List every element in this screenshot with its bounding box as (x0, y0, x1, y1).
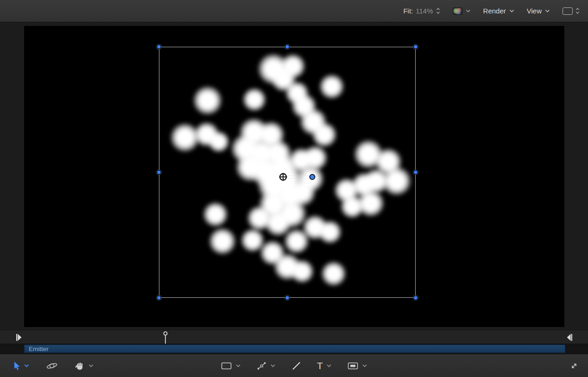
render-menu-label: Render (483, 7, 506, 15)
emitter-center-handle[interactable] (310, 174, 316, 180)
play-range-in-marker[interactable] (16, 334, 22, 341)
selection-handle[interactable] (413, 170, 418, 175)
shape-tool[interactable] (221, 361, 240, 371)
window-icon (563, 7, 573, 15)
chevron-down-icon[interactable] (270, 364, 275, 367)
canvas-area (0, 22, 588, 330)
selection-handle[interactable] (285, 44, 290, 50)
chevron-down-icon (509, 9, 514, 13)
motion-app: Fit: 114% Render (0, 0, 588, 377)
selection-handle[interactable] (413, 295, 418, 301)
mini-timeline[interactable] (0, 330, 588, 344)
orbit-icon (46, 361, 58, 371)
text-tool-icon: T (317, 361, 323, 371)
selection-handle[interactable] (413, 44, 418, 50)
bottom-toolbar: T (0, 354, 588, 377)
playhead[interactable] (163, 331, 168, 344)
selection-handle[interactable] (285, 295, 290, 301)
layout-stepper-icon (575, 7, 580, 14)
expand-arrows-icon (569, 361, 579, 371)
top-toolbar: Fit: 114% Render (0, 0, 588, 22)
emitter-track-bar[interactable]: Emitter (24, 345, 565, 353)
selection-handle[interactable] (157, 170, 162, 175)
zoom-value: 114% (416, 7, 433, 15)
play-range-out-marker[interactable] (567, 334, 572, 341)
create-tools-group: T (221, 361, 367, 371)
pan-zoom-tool[interactable] (75, 361, 94, 371)
window-layout-control[interactable] (563, 7, 580, 15)
chevron-down-icon[interactable] (362, 364, 367, 367)
chevron-down-icon[interactable] (89, 364, 94, 367)
selection-handle[interactable] (157, 44, 162, 50)
view-menu[interactable]: View (527, 7, 550, 15)
render-menu[interactable]: Render (483, 7, 514, 15)
anchor-crosshair[interactable] (278, 171, 289, 182)
zoom-control[interactable]: Fit: 114% (403, 7, 440, 15)
hand-icon (75, 361, 85, 371)
view-menu-label: View (527, 7, 542, 15)
image-mask-icon (348, 361, 359, 371)
paint-stroke-tool[interactable] (291, 361, 301, 371)
color-swatch-icon (453, 7, 462, 15)
rectangle-icon (221, 361, 232, 371)
select-arrow-icon (13, 361, 20, 371)
text-tool[interactable]: T (317, 361, 332, 371)
chevron-down-icon[interactable] (24, 364, 29, 367)
select-transform-tool[interactable] (13, 361, 29, 371)
view-tools-group (13, 361, 94, 371)
3d-transform-tool[interactable] (46, 361, 58, 371)
fit-label: Fit: (403, 7, 413, 15)
emitter-link-line (288, 176, 309, 179)
paint-stroke-icon (291, 361, 301, 371)
track-label: Emitter (29, 346, 49, 352)
chevron-down-icon (545, 9, 550, 13)
canvas[interactable] (24, 26, 564, 327)
toolbar-expand-button[interactable] (569, 361, 579, 371)
color-swatch-control[interactable] (453, 7, 471, 15)
chevron-down-icon (466, 9, 471, 13)
zoom-stepper-icon[interactable] (436, 7, 440, 14)
bezier-icon (256, 361, 266, 371)
mask-tool[interactable] (348, 361, 367, 371)
selection-handle[interactable] (157, 295, 162, 301)
bezier-tool[interactable] (256, 361, 275, 371)
chevron-down-icon[interactable] (235, 364, 240, 367)
track-row: Emitter (0, 344, 588, 354)
chevron-down-icon[interactable] (327, 364, 332, 367)
